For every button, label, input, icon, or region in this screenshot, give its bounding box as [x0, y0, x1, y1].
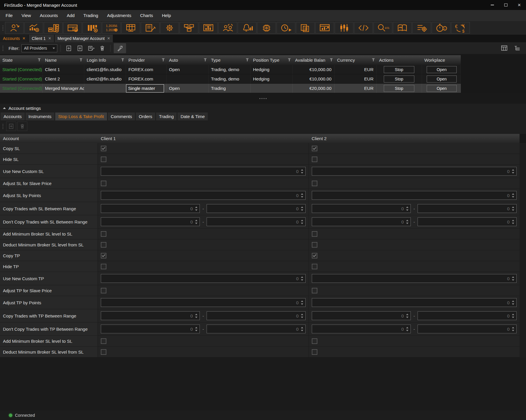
spin-down-icon[interactable] — [512, 172, 514, 174]
settings-tab-trading[interactable]: Trading — [156, 112, 177, 120]
tab-close-icon[interactable]: × — [23, 36, 25, 41]
people-link-icon[interactable] — [218, 22, 237, 34]
number-input[interactable]: 0 — [312, 204, 411, 213]
stop-button[interactable]: Stop — [384, 85, 414, 92]
checkbox[interactable] — [101, 253, 106, 258]
filter-funnel-icon[interactable] — [204, 58, 207, 63]
number-input[interactable]: 0 — [101, 311, 200, 320]
maximize-button[interactable] — [499, 0, 512, 10]
field-chooser-button[interactable] — [500, 44, 509, 53]
account-row[interactable]: Started (Connected)Client 1client1@fin.s… — [0, 65, 461, 74]
spin-up-icon[interactable] — [301, 193, 303, 195]
stopwatch-info-icon[interactable]: i — [432, 22, 450, 34]
open-workplace-button[interactable]: Open — [427, 85, 457, 92]
spinner-buttons[interactable] — [511, 193, 516, 198]
number-input[interactable]: 0 — [101, 217, 200, 226]
column-header-auto[interactable]: Auto — [167, 55, 209, 65]
checkbox[interactable] — [312, 231, 317, 237]
account-row[interactable]: Started (Connected)Merged Manager Accoun… — [0, 84, 461, 93]
drag-handle[interactable] — [1, 122, 4, 130]
number-input[interactable]: 0 — [207, 217, 306, 226]
checkbox[interactable] — [312, 288, 317, 293]
open-workplace-button[interactable]: Open — [427, 66, 457, 73]
spinner-buttons[interactable] — [511, 300, 516, 305]
candles-icon[interactable] — [335, 22, 354, 34]
spinner-buttons[interactable] — [300, 327, 305, 331]
menu-item-trading[interactable]: Trading — [79, 10, 103, 21]
spin-up-icon[interactable] — [406, 220, 408, 221]
spinner-buttons[interactable] — [194, 206, 200, 211]
search-101-icon[interactable]: 101 — [373, 22, 392, 34]
filter-funnel-icon[interactable] — [288, 58, 291, 63]
spin-up-icon[interactable] — [301, 220, 303, 221]
spin-up-icon[interactable] — [195, 220, 197, 221]
spinner-buttons[interactable] — [300, 169, 305, 174]
columns-add-icon[interactable] — [44, 22, 63, 34]
spinner-buttons[interactable] — [194, 314, 200, 318]
spin-down-icon[interactable] — [301, 196, 303, 198]
add-row-button[interactable] — [6, 122, 16, 131]
spin-down-icon[interactable] — [195, 209, 197, 211]
chip-icon[interactable] — [257, 22, 276, 34]
quote-board-icon[interactable]: 1.203561.2035 — [102, 22, 121, 34]
spin-down-icon[interactable] — [406, 223, 408, 224]
account-settings-wrench-button[interactable] — [114, 43, 126, 53]
number-input[interactable]: 0 — [312, 325, 411, 333]
number-input[interactable]: 0 — [207, 311, 306, 320]
column-header-provider[interactable]: Provider — [126, 55, 167, 65]
number-input[interactable]: 0 — [101, 204, 200, 213]
checkbox[interactable] — [101, 264, 106, 269]
column-header-currency[interactable]: Currency — [335, 55, 377, 65]
spinner-buttons[interactable] — [511, 220, 516, 224]
checkbox[interactable] — [101, 242, 106, 248]
menu-item-view[interactable]: View — [17, 10, 35, 21]
spin-down-icon[interactable] — [406, 317, 408, 318]
number-input[interactable]: 0 — [207, 325, 306, 333]
checkbox[interactable] — [312, 264, 317, 269]
menu-item-file[interactable]: File — [1, 10, 17, 21]
number-input[interactable]: 0 — [312, 191, 517, 200]
spin-up-icon[interactable] — [406, 206, 408, 208]
number-input[interactable]: 0 — [418, 311, 517, 320]
column-header-position-type[interactable]: Position Type — [251, 55, 293, 65]
group-panel-button[interactable] — [512, 44, 522, 53]
spinner-buttons[interactable] — [300, 300, 305, 305]
spinner-buttons[interactable] — [300, 206, 305, 211]
spin-up-icon[interactable] — [512, 276, 514, 278]
number-input[interactable]: 0 — [418, 204, 517, 213]
checkbox[interactable] — [312, 181, 317, 186]
provider-editor-cell[interactable]: Single master — [126, 84, 164, 93]
settings-tab-instruments[interactable]: Instruments — [26, 112, 54, 120]
documents-icon[interactable] — [296, 22, 315, 34]
bars-add-icon[interactable] — [83, 22, 101, 34]
settings-scrollbar[interactable] — [520, 143, 526, 357]
spin-up-icon[interactable] — [301, 314, 303, 315]
menu-item-adjustments[interactable]: Adjustments — [103, 10, 136, 21]
spin-down-icon[interactable] — [301, 223, 303, 224]
spin-up-icon[interactable] — [512, 220, 514, 221]
doc-tab-accounts[interactable]: Accounts× — [0, 35, 28, 42]
number-input[interactable]: 0 — [101, 325, 200, 333]
drag-handle[interactable] — [1, 24, 4, 32]
settings-tab-accounts[interactable]: Accounts — [1, 112, 25, 120]
spinner-buttons[interactable] — [300, 276, 305, 281]
checkbox[interactable] — [101, 231, 106, 237]
spin-down-icon[interactable] — [406, 330, 408, 331]
spin-down-icon[interactable] — [512, 317, 514, 318]
checkbox[interactable] — [101, 338, 106, 344]
spin-down-icon[interactable] — [512, 330, 514, 331]
spin-up-icon[interactable] — [301, 300, 303, 302]
number-input[interactable]: 0 — [101, 191, 306, 200]
stop-button[interactable]: Stop — [384, 75, 414, 83]
number-input[interactable]: 0 — [312, 217, 411, 226]
account-row[interactable]: Started (Connected)Client 2client2@fin.s… — [0, 74, 461, 84]
number-input[interactable]: 0 — [312, 274, 517, 283]
number-input[interactable]: 0 — [418, 325, 517, 333]
number-input[interactable]: 0 — [418, 217, 517, 226]
menu-item-add[interactable]: Add — [62, 10, 79, 21]
checkbox[interactable] — [101, 349, 106, 355]
delete-row-button[interactable] — [17, 122, 27, 131]
spinner-buttons[interactable] — [194, 220, 200, 224]
checkbox[interactable] — [101, 181, 106, 186]
clock-play-icon[interactable] — [277, 22, 295, 34]
